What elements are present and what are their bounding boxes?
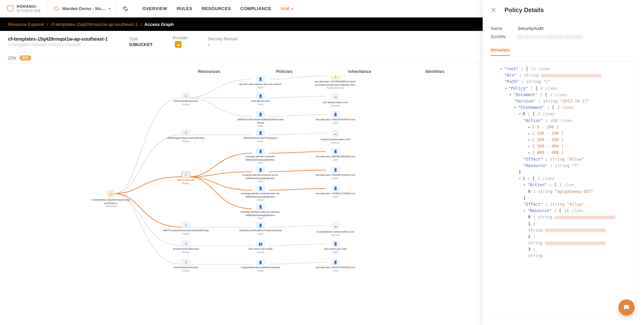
node-identity[interactable]: ☁trustedadvisor.amazonaws.comService bbox=[312, 222, 359, 237]
node-role[interactable]: 👤AWSCloudFormationStackSetExecutionRoleR… bbox=[237, 111, 284, 127]
node-root[interactable]: ◴ cf-templates-15q429rmqoi1w-ap-southeas… bbox=[87, 190, 134, 208]
node-role[interactable]: 👤horangi-warden-scanner-sandbo-IAMRoleHo… bbox=[237, 204, 284, 220]
service-icon: ☁ bbox=[332, 130, 339, 137]
node-identity[interactable]: 👤iam-demo-pm-mitaUser bbox=[312, 241, 359, 254]
node-policy[interactable]: ☰AmazonS3FullAccessPolicy bbox=[162, 241, 209, 254]
close-button[interactable]: ✕ bbox=[491, 6, 496, 14]
workspace-selector[interactable]: Warden Demo - Mu… ▾ bbox=[47, 0, 117, 17]
brand-logo[interactable]: HORANGI STORYFIER bbox=[0, 0, 47, 17]
node-role[interactable]: 👤horangi-warden-scanner-IAMRoleHorangiWa… bbox=[237, 148, 284, 164]
node-identity[interactable]: 👤arn:aws:iam::394286753434:rootUser bbox=[312, 167, 359, 180]
node-policy[interactable]: ☰AdministratorAccessPolicy bbox=[162, 259, 209, 272]
role-icon: 👤 bbox=[256, 259, 265, 265]
meta-name-value: SecurityAudit bbox=[518, 26, 636, 31]
meta-name-label: Name bbox=[491, 26, 518, 31]
role-icon: 👤 bbox=[256, 204, 265, 210]
node-identity[interactable]: ☁ec2.amazonaws.comService bbox=[312, 93, 359, 107]
user-icon: 👤 bbox=[331, 259, 340, 265]
nav-compliance[interactable]: COMPLIANCE bbox=[240, 6, 271, 11]
fit-button[interactable]: FIT bbox=[19, 55, 31, 60]
breadcrumb-resource[interactable]: cf-templates-15q429rmqoi1w-ap-southeast-… bbox=[51, 22, 138, 27]
svg-point-0 bbox=[9, 7, 10, 8]
policy-icon: ☰ bbox=[182, 172, 190, 178]
chevron-down-icon: ▾ bbox=[109, 6, 111, 11]
remark-label: Security Remark bbox=[208, 37, 238, 41]
chat-button[interactable] bbox=[618, 299, 635, 316]
federated-user-icon: ★ bbox=[331, 76, 340, 79]
policy-icon: ☰ bbox=[182, 241, 190, 247]
type-label: Type bbox=[129, 37, 153, 41]
node-role[interactable]: 👤OrganizationAccountAccessRoleRole bbox=[237, 259, 284, 272]
node-group[interactable]: 👥iam-demo-pm-s3fullGroup bbox=[237, 241, 284, 254]
bucket-icon: ◴ bbox=[107, 190, 115, 198]
group-icon: 👥 bbox=[256, 241, 265, 247]
node-role[interactable]: 👤AWSServiceRoleForTrustedAdvisorRole bbox=[237, 222, 284, 235]
graph-col-resources: Resources bbox=[172, 67, 246, 76]
user-icon: 👤 bbox=[331, 111, 340, 117]
node-identity[interactable]: 👤arn:aws:iam::448297694978:rootUser bbox=[312, 111, 359, 124]
service-icon: ☁ bbox=[332, 93, 339, 100]
node-role[interactable]: 👤tgr-iam-role-warden-iam-dev-adminRole bbox=[237, 76, 284, 89]
settings-button[interactable] bbox=[117, 0, 134, 17]
node-policy[interactable]: ☰AdministratorAccessPolicy bbox=[162, 93, 209, 106]
policy-details-panel: ✕ Policy Details Name SecurityAudit ID/A… bbox=[483, 0, 644, 325]
node-role[interactable]: 👤AWSServiceRoleForSupportRole bbox=[237, 130, 284, 143]
user-icon: 👤 bbox=[331, 241, 340, 247]
nav-overview[interactable]: OVERVIEW bbox=[143, 6, 167, 11]
json-tree[interactable]: ▾"root" : { 11 items "Arn" : string "Pat… bbox=[491, 62, 636, 320]
meta-arn-label: ID/ARN bbox=[491, 34, 518, 39]
node-role[interactable]: 👤horangi-warden-scanner-iam-de-IAMRoleHo… bbox=[237, 185, 284, 201]
chat-icon bbox=[623, 304, 630, 311]
aws-provider-icon: ☁ bbox=[175, 41, 182, 48]
node-identity[interactable]: ★arn:aws:iam::941068180612:saml-provider… bbox=[312, 76, 359, 89]
node-identity[interactable]: 👤arn:aws:iam::483537499760:rootUser bbox=[312, 259, 359, 272]
role-icon: 👤 bbox=[256, 222, 265, 228]
node-identity[interactable]: 👤arn:aws:iam::886561456280:rootUser bbox=[312, 148, 359, 161]
graph-col-inheritance: Inheritance bbox=[323, 67, 397, 76]
svg-point-1 bbox=[11, 7, 12, 8]
user-icon: 👤 bbox=[331, 185, 340, 191]
remark-value: - bbox=[208, 42, 238, 47]
resource-subtext: cf-templates redacted redacted redacted bbox=[8, 42, 129, 47]
node-role[interactable]: 👤test-admin-roleRole bbox=[237, 93, 284, 106]
role-icon: 👤 bbox=[256, 185, 265, 191]
nav-iam[interactable]: IAM ▾ bbox=[281, 6, 293, 11]
policy-icon: ☰ bbox=[182, 259, 190, 265]
user-icon: 👤 bbox=[331, 167, 340, 173]
provider-label: Provider bbox=[173, 36, 188, 40]
brand-name: HORANGI bbox=[17, 4, 41, 8]
role-icon: 👤 bbox=[256, 93, 265, 99]
tab-metadata[interactable]: Metadata bbox=[491, 45, 510, 56]
service-icon: ☁ bbox=[332, 222, 339, 230]
policy-icon: ☰ bbox=[182, 93, 190, 99]
workspace-label: Warden Demo - Mu… bbox=[62, 6, 106, 11]
nav-rules[interactable]: RULES bbox=[177, 6, 193, 11]
policy-icon: ☰ bbox=[182, 222, 190, 228]
chevron-down-icon: ▾ bbox=[291, 7, 293, 11]
role-icon: 👤 bbox=[256, 130, 265, 136]
breadcrumb-root[interactable]: Resource Explorer bbox=[8, 22, 44, 27]
brand-sub: STORYFIER bbox=[17, 9, 41, 13]
graph-col-policies: Policies bbox=[247, 67, 321, 76]
role-icon: 👤 bbox=[256, 76, 265, 82]
zoom-percent: 22% bbox=[8, 56, 16, 60]
node-identity[interactable]: ☁support.amazonaws.comService bbox=[312, 130, 359, 144]
node-policy-selected[interactable]: ☰SecurityAuditPolicy bbox=[162, 172, 209, 185]
role-icon: 👤 bbox=[256, 148, 265, 154]
gear-icon bbox=[122, 6, 128, 12]
graph-col-identities: Identities bbox=[398, 67, 472, 76]
nav-resources[interactable]: RESOURCES bbox=[202, 6, 231, 11]
node-policy[interactable]: ☰AWSSupportServiceRolePolicyPolicy bbox=[162, 130, 209, 143]
type-value: S3BUCKET bbox=[129, 42, 153, 47]
node-policy[interactable]: ☰AWSTrustedAdvisorServiceRolePolicyPolic… bbox=[162, 222, 209, 235]
node-role[interactable]: 👤horangi-warden-scanner-prod-IAMRoleHora… bbox=[237, 167, 284, 183]
role-icon: 👤 bbox=[256, 167, 265, 173]
node-identity[interactable]: 👤arn:aws:iam::410801124909:rootUser bbox=[312, 185, 359, 198]
panel-title: Policy Details bbox=[505, 7, 544, 14]
meta-arn-value: arn aws policy redacted redacted bbox=[518, 34, 636, 39]
cloud-icon bbox=[53, 6, 59, 12]
policy-icon: ☰ bbox=[182, 130, 190, 136]
user-icon: 👤 bbox=[331, 148, 340, 154]
horangi-tiger-icon bbox=[6, 4, 15, 13]
role-icon: 👤 bbox=[256, 111, 265, 117]
